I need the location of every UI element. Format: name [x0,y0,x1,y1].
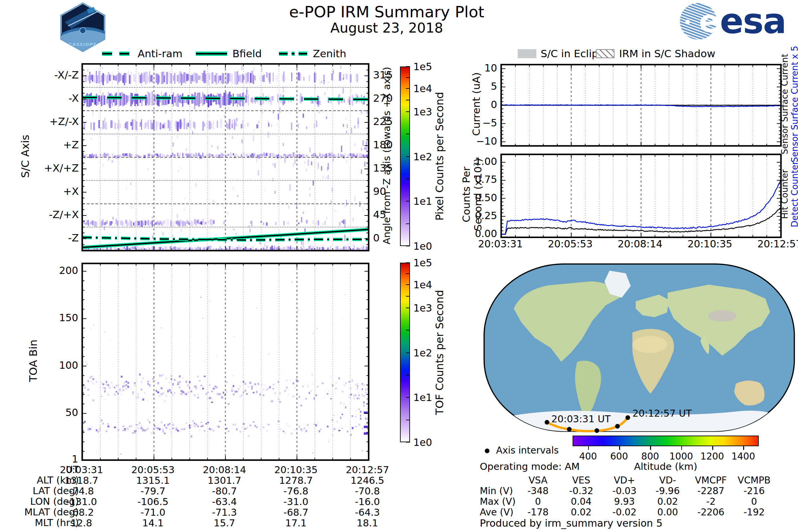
ephemeris-cell: -71.3 [212,507,237,518]
current-tick-label: −5 [482,117,497,128]
ephemeris-cell: -80.7 [212,486,237,497]
toa-tick-label: 100 [59,359,78,371]
pixel-colorbar-label: Pixel Counts per Second [433,92,446,221]
sc-axis-row-label: +X [63,185,79,197]
angle-tick-label: 135 [373,162,393,174]
axis-interval-dot [625,415,630,420]
world-map: 20:03:31 UT 20:12:57 UT [482,262,796,433]
altitude-tick-mark [712,446,713,450]
colorbar-tick-mark [406,88,410,89]
angle-tick-label: 315 [373,69,393,81]
ephemeris-cell: 1301.7 [208,475,241,486]
ephemeris-cell: 14.1 [142,517,164,529]
voltage-cell: 0.02 [657,496,678,507]
pixel-cb-tick: 1e2 [413,151,432,162]
ephemeris-cell: 18.1 [357,517,378,529]
sc-axis-row-label: -X/-Z [54,69,79,81]
legend-antiram-label: Anti-ram [138,48,183,59]
angle-tick-label: 45 [373,208,386,221]
page-title: e-POP IRM Summary Plot [289,3,484,21]
voltage-cell: -0.03 [612,486,636,496]
voltage-cell: -0.02 [612,507,636,518]
voltage-column-header: VD- [659,475,676,486]
tof-cb-tick: 1e3 [413,302,432,314]
ephemeris-cell: 17.1 [285,517,307,529]
tof-cb-tick: 1e1 [413,392,432,403]
badge-text: CASSIOPE [69,42,97,47]
altitude-tick-label: 1200 [700,451,724,462]
axis-interval-dot [615,424,620,429]
current-ylabel: Current (uA) [470,72,482,136]
voltage-cell: -192 [743,507,765,518]
sc-axis-row-label: -X [69,92,79,104]
voltage-cell: -2 [706,496,716,507]
ephemeris-cell: 20:08:14 [203,464,246,475]
counts-tick-label: 0.75 [475,174,497,185]
voltage-cell: 9.93 [614,496,635,507]
tof-cb-tick: 1e2 [413,347,432,358]
pixel-cb-tick: 1e5 [413,61,432,73]
voltage-row-label: Min (V) [480,486,513,496]
colorbar-tick-mark [406,273,410,274]
counts-tick-label: 0.25 [475,210,497,222]
ephemeris-cell: -74.8 [69,486,94,497]
counts-tick-label: 0.00 [475,228,497,240]
pixel-cb-tick: 1e0 [413,241,432,252]
ephemeris-cell: 1278.7 [279,475,312,486]
time-tick-label: 20:12:57 [757,238,798,250]
colorbar-tick-mark [406,330,410,330]
axis-interval-dot [594,428,599,433]
ephemeris-cell: -79.7 [140,486,165,497]
counts-tick-label: 0.50 [475,192,497,204]
toa-tick-label: 50 [65,407,78,418]
antiram-line-sample [102,52,129,56]
altitude-tick-label: 800 [641,451,659,462]
sc-axis-row-label: +X/+Z [44,162,79,174]
current-tick-label: −10 [476,135,497,147]
toa-tick-label: 200 [59,265,78,276]
voltage-cell: 0 [535,496,541,507]
time-tick-label: 20:03:31 [478,238,523,250]
colorbar-tick-mark [406,375,410,375]
colorbar-tick-mark [406,442,410,442]
eclipse-swatch [518,49,536,58]
bfield-line-sample [196,52,227,56]
colorbar-tick-mark [406,246,410,246]
colorbar-tick-mark [406,397,410,398]
voltage-cell: -0.32 [569,486,593,496]
epop-irm-summary-plot: { "header": { "title": "e-POP IRM Summar… [0,0,798,532]
voltage-cell: -348 [527,486,549,496]
altitude-tick-mark [619,446,620,450]
colorbar-tick-mark [406,178,410,179]
voltage-cell: 0 [751,496,757,507]
pixel-cb-tick: 1e3 [413,106,432,117]
colorbar-tick-mark [406,262,410,263]
sensor-current-label: Sensor Surface Current [780,54,790,154]
sc-axis-row-label: -Z [68,232,79,244]
page-date: August 23, 2018 [330,20,443,36]
current-tick-label: 10 [484,62,497,74]
altitude-tick-label: 1400 [732,451,755,462]
sc-axis-row-label: +Z [63,139,79,151]
sensor-current-plot [500,64,782,147]
colorbar-tick-mark [406,296,410,297]
voltage-column-header: VCMPB [738,475,771,486]
voltage-cell: 0.00 [657,507,678,518]
altitude-tick-mark [650,446,651,450]
shadow-hatch-swatch [596,49,614,58]
altitude-tick-mark [681,446,682,450]
ephemeris-cell: -76.8 [283,486,308,497]
voltage-cell: -2206 [697,507,724,518]
cassiope-mission-badge: CASSIOPE [58,2,108,54]
axis-intervals-label: Axis intervals [496,445,558,456]
voltage-cell: -216 [743,486,765,496]
ephemeris-cell: 20:03:31 [60,464,103,475]
altitude-tick-label: 600 [610,451,628,462]
colorbar-tick-mark [406,420,410,420]
ephemeris-cell: 20:05:53 [131,464,174,475]
colorbar-tick-mark [406,111,410,112]
colorbar-tick-mark [406,307,410,308]
ephemeris-cell: -64.3 [355,507,380,518]
altitude-tick-label: 400 [579,451,597,462]
track-start-time: 20:03:31 UT [551,413,610,424]
